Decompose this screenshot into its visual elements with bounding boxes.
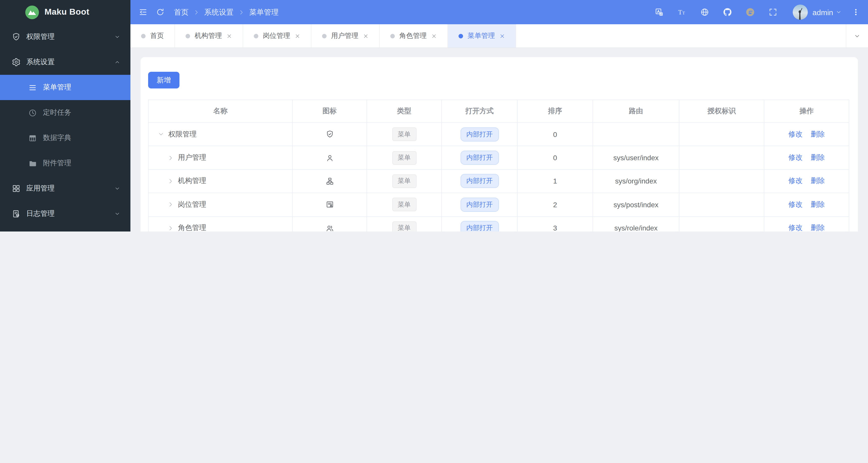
header-right: TT admin: [655, 5, 860, 20]
actions-cell: 修改删除: [764, 170, 849, 193]
tab-item-role[interactable]: 角色管理: [380, 24, 448, 48]
gear-icon: [12, 58, 21, 67]
chevron-down-icon[interactable]: [158, 131, 164, 137]
menu-name: 权限管理: [168, 130, 197, 139]
add-button[interactable]: 新增: [148, 72, 180, 88]
type-cell: 菜单: [367, 123, 442, 146]
sidebar-item-demo[interactable]: Demo: [0, 226, 130, 232]
tab-item-user[interactable]: 用户管理: [311, 24, 380, 48]
sidebar-item-schedule[interactable]: 定时任务: [0, 100, 130, 125]
edit-link[interactable]: 修改: [788, 177, 803, 186]
delete-link[interactable]: 删除: [811, 200, 825, 209]
chevron-right-icon[interactable]: [167, 178, 174, 185]
breadcrumb-item: 菜单管理: [249, 7, 279, 17]
app-grid-icon: [12, 184, 21, 193]
sidebar-item-permission[interactable]: 权限管理: [0, 24, 130, 50]
breadcrumb-item[interactable]: 系统设置: [204, 7, 234, 17]
delete-link[interactable]: 删除: [811, 224, 825, 232]
sidebar-item-dict[interactable]: 数据字典: [0, 125, 130, 151]
route-cell: sys/org/index: [593, 170, 679, 193]
gitee-icon[interactable]: [746, 7, 755, 17]
tab-item-menu[interactable]: 菜单管理: [448, 24, 516, 48]
edit-link[interactable]: 修改: [788, 224, 803, 232]
close-icon: [499, 33, 505, 39]
route-cell: sys/role/index: [593, 217, 679, 232]
globe-icon[interactable]: [700, 7, 709, 17]
chevron-right-icon[interactable]: [167, 202, 174, 208]
sidebar-item-system[interactable]: 系统设置: [0, 50, 130, 75]
chevron-right-icon[interactable]: [167, 154, 174, 161]
menu-name: 角色管理: [178, 224, 206, 232]
close-icon: [431, 33, 437, 39]
chevron-right-icon[interactable]: [167, 225, 174, 232]
tabs-dropdown-button[interactable]: [846, 24, 868, 48]
translate-icon[interactable]: [655, 7, 664, 17]
more-vertical-icon[interactable]: [852, 7, 860, 17]
header: 首页系统设置菜单管理 TT admin: [130, 0, 868, 24]
table-body: 权限管理菜单内部打开0修改删除用户管理菜单内部打开0sys/user/index…: [149, 123, 849, 232]
clock-icon: [28, 109, 37, 117]
route-cell: sys/user/index: [593, 146, 679, 169]
open-mode-tag: 内部打开: [460, 127, 499, 141]
tab-item-post[interactable]: 岗位管理: [243, 24, 311, 48]
brand-title: Maku Boot: [44, 7, 89, 17]
app-root: Maku Boot 权限管理系统设置菜单管理定时任务数据字典附件管理应用管理日志…: [0, 0, 868, 232]
chevron-down-icon[interactable]: [836, 9, 842, 15]
type-tag: 菜单: [392, 198, 416, 212]
chevron-down-icon: [114, 211, 120, 217]
open-mode-tag: 内部打开: [460, 221, 499, 232]
users-icon: [325, 224, 334, 232]
sort-cell: 0: [518, 123, 593, 146]
column-header: 打开方式: [442, 100, 518, 122]
tab-item-org[interactable]: 机构管理: [175, 24, 243, 48]
tab-label: 首页: [150, 31, 164, 40]
sidebar-item-attachment[interactable]: 附件管理: [0, 151, 130, 176]
sidebar-item-label: 权限管理: [26, 32, 114, 41]
delete-link[interactable]: 删除: [811, 153, 825, 162]
refresh-button[interactable]: [152, 3, 169, 21]
tab-dot: [254, 34, 258, 38]
brand[interactable]: Maku Boot: [0, 0, 130, 24]
tab-dot: [141, 34, 146, 38]
tab-item-home[interactable]: 首页: [130, 24, 175, 48]
column-header: 图标: [293, 100, 367, 122]
sidebar: Maku Boot 权限管理系统设置菜单管理定时任务数据字典附件管理应用管理日志…: [0, 0, 130, 232]
tab-label: 用户管理: [331, 31, 359, 40]
delete-link[interactable]: 删除: [811, 130, 825, 139]
edit-link[interactable]: 修改: [788, 153, 803, 162]
sidebar-item-menu[interactable]: 菜单管理: [0, 75, 130, 100]
name-cell: 岗位管理: [149, 193, 293, 216]
main-column: 首页系统设置菜单管理 TT admin 首页机构管理岗位管理用户管理角色管理菜单…: [130, 0, 868, 232]
chevron-down-icon: [114, 34, 120, 40]
actions-cell: 修改删除: [764, 146, 849, 169]
id-card-icon: [325, 200, 334, 209]
breadcrumb-item[interactable]: 首页: [174, 7, 189, 17]
edit-link[interactable]: 修改: [788, 130, 803, 139]
sidebar-item-label: 菜单管理: [43, 83, 120, 92]
table-row: 权限管理菜单内部打开0修改删除: [149, 123, 849, 146]
auth-cell: [679, 217, 764, 232]
tabs: 首页机构管理岗位管理用户管理角色管理菜单管理: [130, 24, 846, 48]
sidebar-item-log[interactable]: 日志管理: [0, 201, 130, 226]
svg-text:T: T: [678, 9, 682, 16]
avatar[interactable]: [793, 5, 808, 20]
sidebar-collapse-button[interactable]: [134, 3, 152, 21]
delete-link[interactable]: 删除: [811, 177, 825, 186]
chevron-right-icon: [193, 9, 200, 16]
column-header: 操作: [764, 100, 849, 122]
fullscreen-icon[interactable]: [768, 7, 777, 17]
table-row: 岗位管理菜单内部打开2sys/post/index修改删除: [149, 193, 849, 217]
type-cell: 菜单: [367, 217, 442, 232]
type-tag: 菜单: [392, 151, 416, 164]
sidebar-item-app[interactable]: 应用管理: [0, 176, 130, 201]
shield-check-icon: [12, 32, 21, 41]
svg-text:T: T: [682, 11, 685, 16]
menu-icon: [28, 83, 37, 92]
sidebar-item-label: 日志管理: [26, 209, 114, 218]
user-icon: [325, 153, 334, 162]
font-size-icon[interactable]: TT: [677, 7, 686, 17]
github-icon[interactable]: [723, 7, 732, 17]
edit-link[interactable]: 修改: [788, 200, 803, 209]
username[interactable]: admin: [812, 8, 833, 17]
close-icon: [295, 33, 300, 39]
